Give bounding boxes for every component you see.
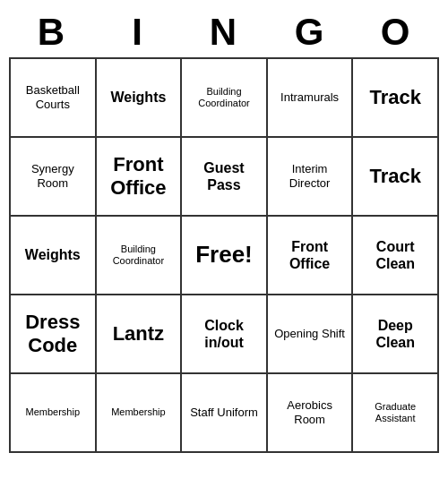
cell-text: Membership <box>26 406 81 418</box>
bingo-header: BINGO <box>9 7 439 57</box>
bingo-cell: Intramurals <box>268 59 354 138</box>
cell-text: Building Coordinator <box>185 86 263 109</box>
cell-text: Free! <box>195 241 253 269</box>
bingo-cell: Guest Pass <box>182 138 268 217</box>
bingo-cell: Front Office <box>268 217 354 295</box>
bingo-grid: Basketball CourtsWeightsBuilding Coordin… <box>9 57 439 453</box>
bingo-cell: Building Coordinator <box>97 217 183 295</box>
bingo-cell: Deep Clean <box>353 295 439 374</box>
bingo-cell: Lantz <box>97 295 183 374</box>
cell-text: Aerobics Room <box>271 398 349 426</box>
bingo-cell: Membership <box>11 374 97 453</box>
bingo-cell: Front Office <box>97 138 183 217</box>
header-letter: I <box>95 7 181 57</box>
bingo-cell: Weights <box>97 59 183 138</box>
bingo-cell: Building Coordinator <box>182 59 268 138</box>
header-letter: B <box>9 7 95 57</box>
cell-text: Building Coordinator <box>100 244 177 267</box>
cell-text: Front Office <box>271 238 349 272</box>
header-letter: G <box>267 7 353 57</box>
cell-text: Membership <box>111 406 166 418</box>
bingo-cell: Aerobics Room <box>268 374 354 453</box>
cell-text: Weights <box>25 246 81 263</box>
bingo-container: BINGO Basketball CourtsWeightsBuilding C… <box>9 7 439 453</box>
cell-text: Graduate Assistant <box>357 401 434 424</box>
bingo-cell: Clock in/out <box>182 295 268 374</box>
cell-text: Clock in/out <box>185 317 263 351</box>
cell-text: Track <box>369 86 421 109</box>
cell-text: Synergy Room <box>14 162 91 190</box>
bingo-cell: Track <box>353 59 439 138</box>
header-letter: N <box>181 7 267 57</box>
header-letter: O <box>353 7 439 57</box>
bingo-cell: Weights <box>11 217 97 295</box>
bingo-cell: Membership <box>97 374 183 453</box>
cell-text: Interim Director <box>271 162 349 190</box>
cell-text: Lantz <box>113 322 164 346</box>
cell-text: Weights <box>110 89 166 106</box>
bingo-cell: Staff Uniform <box>182 374 268 453</box>
cell-text: Basketball Courts <box>14 83 91 111</box>
cell-text: Deep Clean <box>357 317 434 351</box>
bingo-cell: Track <box>353 138 439 217</box>
bingo-cell: Court Clean <box>353 217 439 295</box>
bingo-cell: Synergy Room <box>11 138 97 217</box>
cell-text: Court Clean <box>357 238 434 272</box>
cell-text: Opening Shift <box>274 327 345 341</box>
cell-text: Front Office <box>100 153 177 201</box>
bingo-cell: Interim Director <box>268 138 354 217</box>
cell-text: Guest Pass <box>185 159 263 193</box>
bingo-cell: Opening Shift <box>268 295 354 374</box>
bingo-cell: Free! <box>182 217 268 295</box>
bingo-cell: Basketball Courts <box>11 59 97 138</box>
cell-text: Track <box>369 165 421 188</box>
cell-text: Intramurals <box>280 90 339 105</box>
cell-text: Staff Uniform <box>190 406 258 420</box>
cell-text: Dress Code <box>14 311 91 358</box>
bingo-cell: Graduate Assistant <box>353 374 439 453</box>
bingo-cell: Dress Code <box>11 295 97 374</box>
